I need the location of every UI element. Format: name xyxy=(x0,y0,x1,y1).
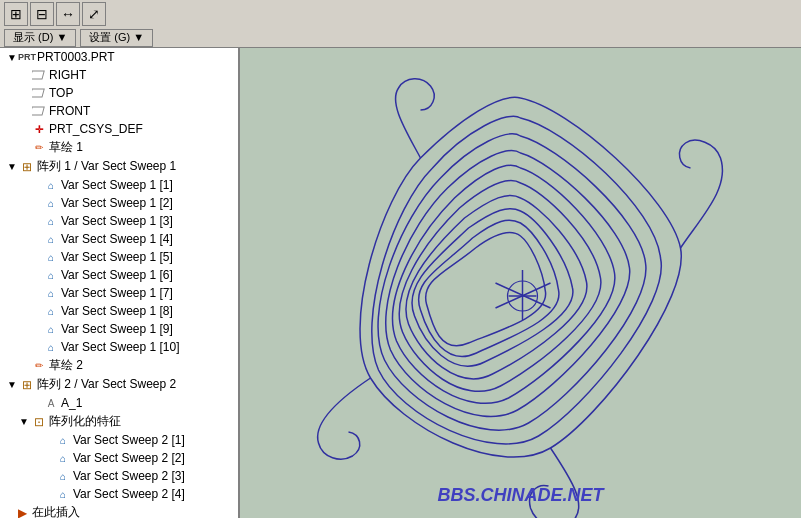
tree-root[interactable]: ▼ PRT PRT0003.PRT xyxy=(0,48,238,66)
array2-label: 阵列 2 / Var Sect Sweep 2 xyxy=(37,376,176,393)
tree-vsw1-6[interactable]: ⌂ Var Sect Sweep 1 [6] xyxy=(0,266,238,284)
toolbar-btn-1[interactable]: ⊞ xyxy=(4,2,28,26)
tree-vsw1-8[interactable]: ⌂ Var Sect Sweep 1 [8] xyxy=(0,302,238,320)
sketch2-icon: ✏ xyxy=(31,358,47,374)
right-label: RIGHT xyxy=(49,68,86,82)
tree-vsw1-5[interactable]: ⌂ Var Sect Sweep 1 [5] xyxy=(0,248,238,266)
tree-vsw1-7[interactable]: ⌂ Var Sect Sweep 1 [7] xyxy=(0,284,238,302)
array2-expand[interactable]: ▼ xyxy=(6,379,18,391)
tree-vsw2-2[interactable]: ⌂ Var Sect Sweep 2 [2] xyxy=(0,449,238,467)
vsw2-1-icon: ⌂ xyxy=(55,432,71,448)
tree-csys[interactable]: ✛ PRT_CSYS_DEF xyxy=(0,120,238,138)
toolbar-btn-2[interactable]: ⊟ xyxy=(30,2,54,26)
tree-front[interactable]: FRONT xyxy=(0,102,238,120)
watermark: BBS.CHINADE.NET xyxy=(437,485,603,506)
vsw1-10-icon: ⌂ xyxy=(43,339,59,355)
insert-label: 在此插入 xyxy=(32,504,80,518)
svg-rect-1 xyxy=(32,89,44,97)
svg-rect-2 xyxy=(32,107,44,115)
tree-vsw1-9[interactable]: ⌂ Var Sect Sweep 1 [9] xyxy=(0,320,238,338)
tree-sketch1[interactable]: ✏ 草绘 1 xyxy=(0,138,238,157)
model-svg xyxy=(240,48,801,518)
arr-feat-label: 阵列化的特征 xyxy=(49,413,121,430)
tree-vsw1-3[interactable]: ⌂ Var Sect Sweep 1 [3] xyxy=(0,212,238,230)
a1-icon: A xyxy=(43,395,59,411)
vsw2-3-label: Var Sect Sweep 2 [3] xyxy=(73,469,185,483)
tree-array2[interactable]: ▼ ⊞ 阵列 2 / Var Sect Sweep 2 xyxy=(0,375,238,394)
viewport: BBS.CHINADE.NET xyxy=(240,48,801,518)
vsw1-1-label: Var Sect Sweep 1 [1] xyxy=(61,178,173,192)
plane-icon-right xyxy=(31,67,47,83)
sketch2-label: 草绘 2 xyxy=(49,357,83,374)
app-window: ⊞ ⊟ ↔ ⤢ 显示 (D) ▼ 设置 (G) ▼ ▼ PRT PRT0003.… xyxy=(0,0,801,518)
vsw1-8-label: Var Sect Sweep 1 [8] xyxy=(61,304,173,318)
array1-label: 阵列 1 / Var Sect Sweep 1 xyxy=(37,158,176,175)
plane-icon-top xyxy=(31,85,47,101)
tree-vsw1-10[interactable]: ⌂ Var Sect Sweep 1 [10] xyxy=(0,338,238,356)
sketch1-label: 草绘 1 xyxy=(49,139,83,156)
vsw1-6-label: Var Sect Sweep 1 [6] xyxy=(61,268,173,282)
arr-feat-icon: ⊡ xyxy=(31,414,47,430)
tree-vsw1-1[interactable]: ⌂ Var Sect Sweep 1 [1] xyxy=(0,176,238,194)
tree-a1[interactable]: A A_1 xyxy=(0,394,238,412)
tree-arr-feat[interactable]: ▼ ⊡ 阵列化的特征 xyxy=(0,412,238,431)
settings-menu[interactable]: 设置 (G) ▼ xyxy=(80,29,153,47)
vsw1-4-label: Var Sect Sweep 1 [4] xyxy=(61,232,173,246)
insert-arrow-icon: ▶ xyxy=(14,505,30,519)
prt-icon: PRT xyxy=(19,49,35,65)
tree-vsw1-4[interactable]: ⌂ Var Sect Sweep 1 [4] xyxy=(0,230,238,248)
tree-insert[interactable]: ▶ 在此插入 xyxy=(0,503,238,518)
arr-feat-expand[interactable]: ▼ xyxy=(18,416,30,428)
csys-icon: ✛ xyxy=(31,121,47,137)
tree-array1[interactable]: ▼ ⊞ 阵列 1 / Var Sect Sweep 1 xyxy=(0,157,238,176)
vsw2-4-label: Var Sect Sweep 2 [4] xyxy=(73,487,185,501)
vsw2-2-icon: ⌂ xyxy=(55,450,71,466)
vsw1-4-icon: ⌂ xyxy=(43,231,59,247)
tree-sketch2[interactable]: ✏ 草绘 2 xyxy=(0,356,238,375)
vsw2-3-icon: ⌂ xyxy=(55,468,71,484)
plane-icon-front xyxy=(31,103,47,119)
sidebar: ▼ PRT PRT0003.PRT RIGHT TOP xyxy=(0,48,240,518)
vsw1-10-label: Var Sect Sweep 1 [10] xyxy=(61,340,180,354)
toolbar-bottom: 显示 (D) ▼ 设置 (G) ▼ xyxy=(0,28,801,47)
vsw2-1-label: Var Sect Sweep 2 [1] xyxy=(73,433,185,447)
tree-vsw1-2[interactable]: ⌂ Var Sect Sweep 1 [2] xyxy=(0,194,238,212)
vsw1-6-icon: ⌂ xyxy=(43,267,59,283)
vsw2-4-icon: ⌂ xyxy=(55,486,71,502)
array1-icon: ⊞ xyxy=(19,159,35,175)
toolbar-area: ⊞ ⊟ ↔ ⤢ 显示 (D) ▼ 设置 (G) ▼ xyxy=(0,0,801,48)
vsw1-2-icon: ⌂ xyxy=(43,195,59,211)
vsw1-7-label: Var Sect Sweep 1 [7] xyxy=(61,286,173,300)
toolbar-btn-4[interactable]: ⤢ xyxy=(82,2,106,26)
sketch1-icon: ✏ xyxy=(31,140,47,156)
vsw1-3-label: Var Sect Sweep 1 [3] xyxy=(61,214,173,228)
right-expand xyxy=(18,69,30,81)
main-area: ▼ PRT PRT0003.PRT RIGHT TOP xyxy=(0,48,801,518)
vsw1-9-label: Var Sect Sweep 1 [9] xyxy=(61,322,173,336)
display-menu[interactable]: 显示 (D) ▼ xyxy=(4,29,76,47)
root-label: PRT0003.PRT xyxy=(37,50,115,64)
a1-label: A_1 xyxy=(61,396,82,410)
tree-right[interactable]: RIGHT xyxy=(0,66,238,84)
svg-rect-0 xyxy=(32,71,44,79)
array2-icon: ⊞ xyxy=(19,377,35,393)
vsw2-2-label: Var Sect Sweep 2 [2] xyxy=(73,451,185,465)
tree-vsw2-4[interactable]: ⌂ Var Sect Sweep 2 [4] xyxy=(0,485,238,503)
vsw1-5-icon: ⌂ xyxy=(43,249,59,265)
tree-vsw2-3[interactable]: ⌂ Var Sect Sweep 2 [3] xyxy=(0,467,238,485)
vsw1-2-label: Var Sect Sweep 1 [2] xyxy=(61,196,173,210)
array1-expand[interactable]: ▼ xyxy=(6,161,18,173)
csys-label: PRT_CSYS_DEF xyxy=(49,122,143,136)
toolbar-top: ⊞ ⊟ ↔ ⤢ xyxy=(0,0,801,28)
vsw1-9-icon: ⌂ xyxy=(43,321,59,337)
toolbar-btn-3[interactable]: ↔ xyxy=(56,2,80,26)
tree-vsw2-1[interactable]: ⌂ Var Sect Sweep 2 [1] xyxy=(0,431,238,449)
vsw1-7-icon: ⌂ xyxy=(43,285,59,301)
vsw1-1-icon: ⌂ xyxy=(43,177,59,193)
tree-top[interactable]: TOP xyxy=(0,84,238,102)
vsw1-8-icon: ⌂ xyxy=(43,303,59,319)
root-expand-icon[interactable]: ▼ xyxy=(6,51,18,63)
top-label: TOP xyxy=(49,86,73,100)
front-label: FRONT xyxy=(49,104,90,118)
vsw1-3-icon: ⌂ xyxy=(43,213,59,229)
